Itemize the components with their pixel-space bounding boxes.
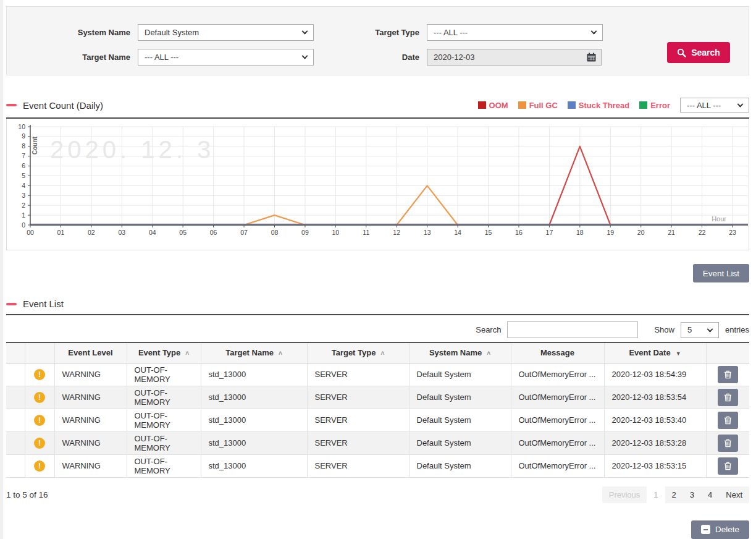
trash-icon [724, 462, 732, 470]
svg-text:0: 0 [22, 221, 25, 229]
event-level-cell: WARNING [54, 363, 127, 386]
delete-row-button[interactable] [718, 389, 738, 406]
target-type-select[interactable]: --- ALL --- [427, 24, 603, 41]
table-header-row: Event Level Event Type˄ Target Name˄ Tar… [6, 342, 749, 363]
pagination-page-3[interactable]: 3 [683, 486, 701, 503]
svg-text:5: 5 [22, 172, 25, 179]
search-button[interactable]: Search [667, 42, 730, 63]
svg-text:03: 03 [118, 229, 125, 236]
chevron-down-icon [302, 28, 308, 35]
legend-item-oom: OOM [478, 101, 508, 110]
row-select-cell[interactable] [6, 431, 25, 454]
svg-text:6: 6 [22, 162, 25, 169]
target-name-cell: std_13000 [201, 454, 307, 477]
row-select-cell[interactable] [6, 363, 25, 386]
pagination: Previous 1 2 3 4 Next [602, 486, 749, 503]
header-action-col [706, 342, 749, 363]
header-select-col [6, 342, 25, 363]
system-name-cell: Default System [409, 409, 511, 431]
event-list-button[interactable]: Event List [693, 264, 749, 282]
row-icon-cell: ! [25, 386, 54, 409]
event-type-cell: OUT-OF-MEMORY [127, 431, 201, 454]
event-type-filter-value: --- ALL --- [687, 101, 721, 110]
svg-text:13: 13 [424, 229, 431, 236]
svg-text:23: 23 [729, 229, 736, 236]
svg-text:10: 10 [332, 229, 340, 236]
date-input[interactable]: 2020-12-03 [427, 49, 602, 66]
list-controls: Search Show 5 entries [6, 321, 749, 338]
target-type-cell: SERVER [307, 363, 409, 386]
delete-row-button[interactable] [718, 412, 738, 429]
svg-text:18: 18 [576, 229, 584, 236]
event-level-cell: WARNING [54, 454, 127, 477]
row-action-cell [706, 431, 749, 454]
header-target-type[interactable]: Target Type˄ [307, 342, 409, 363]
svg-text:4: 4 [22, 182, 25, 189]
header-system-name[interactable]: System Name˄ [409, 342, 511, 363]
row-icon-cell: ! [25, 454, 54, 477]
row-select-cell[interactable] [6, 386, 25, 409]
target-type-value: --- ALL --- [434, 28, 468, 37]
event-table: Event Level Event Type˄ Target Name˄ Tar… [6, 342, 749, 478]
search-button-label: Search [691, 48, 720, 57]
event-date-cell: 2020-12-03 18:53:28 [604, 431, 706, 454]
header-event-type[interactable]: Event Type˄ [127, 342, 201, 363]
event-type-filter-select[interactable]: --- ALL --- [680, 98, 749, 112]
header-event-date[interactable]: Event Date▼ [604, 342, 706, 363]
warning-icon: ! [34, 415, 45, 426]
system-name-label: System Name [7, 28, 138, 37]
svg-text:22: 22 [699, 229, 706, 236]
table-search-label: Search [476, 325, 501, 334]
delete-button-label: Delete [715, 525, 739, 534]
svg-text:7: 7 [22, 152, 25, 159]
message-cell: OutOfMemoryError ... [511, 454, 604, 477]
legend-label: Stuck Thread [579, 101, 629, 110]
sort-asc-icon: ˄ [487, 350, 490, 357]
message-cell: OutOfMemoryError ... [511, 386, 604, 409]
svg-text:02: 02 [88, 229, 95, 236]
header-event-level[interactable]: Event Level [54, 342, 127, 363]
pagination-page-2[interactable]: 2 [665, 486, 683, 503]
event-count-header: Event Count (Daily) OOM Full GC Stuck Th… [6, 98, 749, 119]
target-name-select[interactable]: --- ALL --- [138, 49, 314, 66]
event-list-header: Event List [6, 299, 749, 315]
svg-text:08: 08 [271, 229, 279, 236]
delete-row-button[interactable] [718, 435, 738, 452]
svg-text:1: 1 [22, 211, 25, 219]
event-count-chart: 2020. 12. 301234567891000010203040506070… [7, 122, 749, 245]
pagination-page-4[interactable]: 4 [701, 486, 719, 503]
event-date-cell: 2020-12-03 18:53:40 [604, 409, 706, 431]
table-search-input[interactable] [507, 321, 638, 338]
event-date-cell: 2020-12-03 18:54:39 [604, 363, 706, 386]
system-name-select[interactable]: Default System [138, 24, 314, 41]
page: System Name Default System Target Type -… [0, 0, 756, 539]
page-length-select[interactable]: 5 [681, 322, 719, 338]
search-icon [677, 48, 686, 57]
delete-row-button[interactable] [718, 366, 738, 383]
chart-watermark: 2020. 12. 3 [50, 136, 214, 163]
target-type-cell: SERVER [307, 431, 409, 454]
table-summary: 1 to 5 of 16 [6, 490, 48, 499]
legend-label: Full GC [529, 101, 558, 110]
row-select-cell[interactable] [6, 409, 25, 431]
pagination-next[interactable]: Next [719, 486, 749, 503]
pagination-page-1[interactable]: 1 [647, 486, 665, 503]
header-icon-col [25, 342, 54, 363]
date-label: Date [314, 53, 427, 62]
system-name-value: Default System [145, 28, 199, 37]
calendar-icon[interactable] [587, 53, 596, 62]
header-target-name[interactable]: Target Name˄ [201, 342, 307, 363]
delete-button[interactable]: Delete [691, 520, 749, 539]
date-value: 2020-12-03 [434, 53, 475, 62]
svg-text:06: 06 [210, 229, 217, 236]
fullgc-swatch-icon [518, 101, 526, 109]
delete-row-button[interactable] [718, 457, 738, 475]
svg-text:2: 2 [22, 202, 25, 209]
page-length-value: 5 [687, 325, 692, 334]
row-action-cell [706, 454, 749, 477]
chart-legend: OOM Full GC Stuck Thread Error --- ALL -… [478, 98, 749, 112]
header-message[interactable]: Message [511, 342, 604, 363]
row-select-cell[interactable] [6, 454, 25, 477]
target-name-cell: std_13000 [201, 386, 307, 409]
pagination-previous[interactable]: Previous [602, 486, 647, 503]
